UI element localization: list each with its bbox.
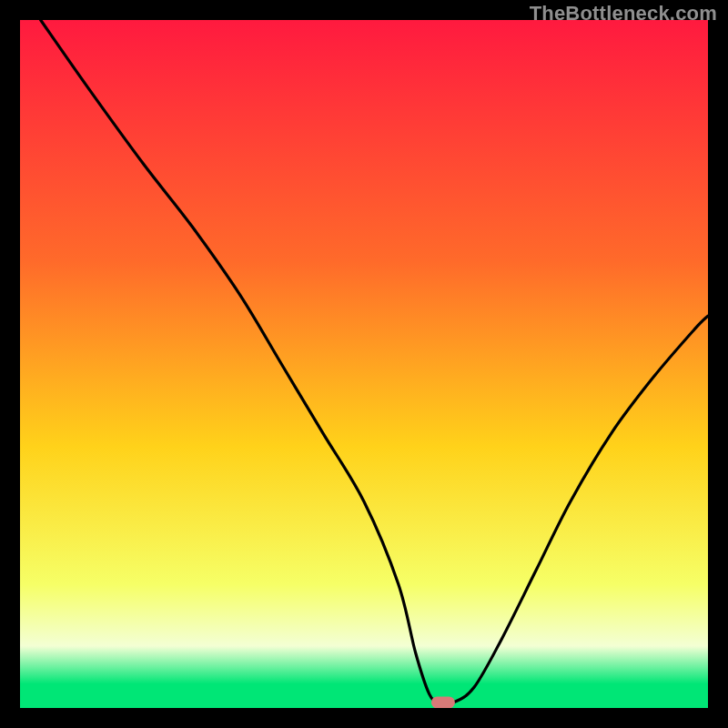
optimum-marker (431, 696, 455, 708)
chart-frame: TheBottleneck.com (0, 0, 728, 728)
gradient-background (20, 20, 708, 708)
bottleneck-curve-chart (20, 20, 708, 708)
plot-area (20, 20, 708, 708)
